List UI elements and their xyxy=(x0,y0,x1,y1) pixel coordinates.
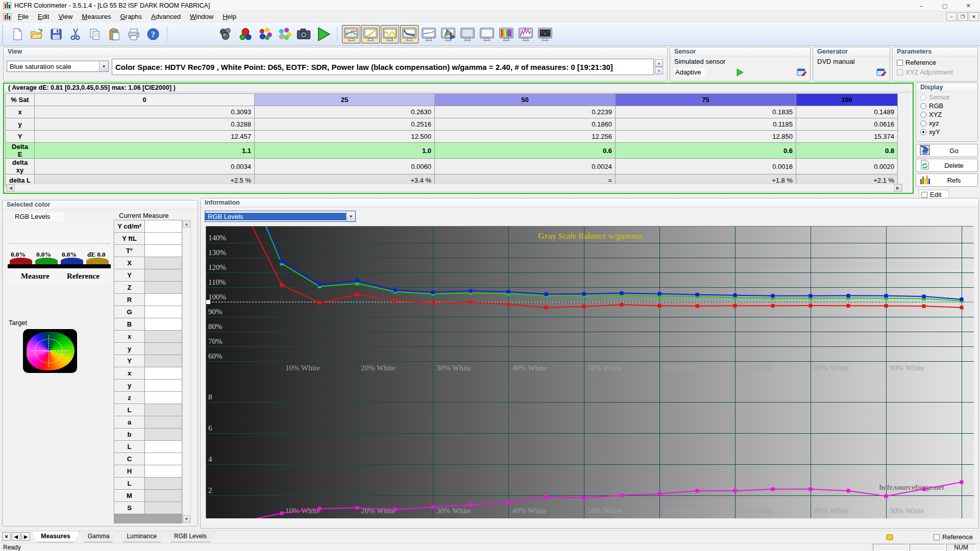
info-spinner[interactable]: ▲▼ xyxy=(655,59,663,74)
scroll-down-icon[interactable]: ▼ xyxy=(183,515,190,522)
cell-Delta-E-0[interactable]: 1.1 xyxy=(35,143,255,159)
cm-row-value-20[interactable] xyxy=(145,465,182,478)
chevron-down-icon[interactable]: ▼ xyxy=(346,211,355,221)
sensor-config-icon[interactable] xyxy=(217,25,235,43)
cell-Delta-E-75[interactable]: 0.6 xyxy=(616,143,796,159)
cm-row-value-9[interactable] xyxy=(145,331,182,343)
open-folder-icon[interactable] xyxy=(28,25,46,43)
cell-x-100[interactable]: 0.1489 xyxy=(796,106,898,118)
col-header-100[interactable]: 100 xyxy=(796,94,898,106)
measures-hscrollbar[interactable]: ◀ ▶ xyxy=(6,184,902,192)
delete-button[interactable]: Delete xyxy=(916,159,978,172)
close-button[interactable]: ✕ xyxy=(957,0,980,11)
cell-delta-xy-100[interactable]: 0.0020 xyxy=(796,159,898,174)
sensor-config-icon[interactable] xyxy=(797,68,807,77)
tab-close-icon[interactable]: ✕ xyxy=(2,532,11,541)
cm-row-value-22[interactable] xyxy=(145,490,182,502)
dark-screen-view-icon[interactable] xyxy=(536,25,554,43)
col-header-25[interactable]: 25 xyxy=(255,94,435,106)
saturation-measures-table[interactable]: % Sat0255075100x0.30930.26300.22390.1835… xyxy=(5,93,898,187)
display-radio-xyY[interactable]: xyY xyxy=(920,128,973,136)
menu-advanced[interactable]: Advanced xyxy=(146,12,185,21)
cm-row-value-7[interactable] xyxy=(145,306,182,318)
cell-y-50[interactable]: 0.1860 xyxy=(435,118,616,131)
cell-delta-xy-25[interactable]: 0.0060 xyxy=(255,159,435,174)
cell-x-50[interactable]: 0.2239 xyxy=(435,106,616,118)
free-measures-view-icon[interactable] xyxy=(420,25,438,43)
chevron-down-icon[interactable]: ▼ xyxy=(99,61,108,71)
measure-secondaries-icon[interactable] xyxy=(275,25,293,43)
cell-Y-25[interactable]: 12.500 xyxy=(255,131,435,143)
view-scale-select[interactable]: Blue saturation scale ▼ xyxy=(7,61,109,72)
edit-checkbox[interactable] xyxy=(921,192,927,198)
sensor-run-icon[interactable] xyxy=(736,68,745,77)
run-measures-icon[interactable] xyxy=(314,25,332,43)
cm-row-value-2[interactable] xyxy=(145,245,182,257)
cm-row-value-21[interactable] xyxy=(145,478,182,490)
radio-icon[interactable] xyxy=(920,103,926,109)
cell-Y-50[interactable]: 12.256 xyxy=(435,131,616,143)
col-header-50[interactable]: 50 xyxy=(435,94,616,106)
menu-measures[interactable]: Measures xyxy=(77,12,115,21)
cm-row-value-3[interactable] xyxy=(145,257,182,269)
grayscale-balance-chart[interactable]: 140%130%120%110%100%90%80%70%60%864210% … xyxy=(206,226,973,518)
measure-primaries-icon[interactable] xyxy=(256,25,274,43)
scroll-up-icon[interactable]: ▲ xyxy=(183,220,190,228)
menu-edit[interactable]: Edit xyxy=(33,12,54,21)
menu-view[interactable]: View xyxy=(54,12,77,21)
mdi-restore-button[interactable]: ❐ xyxy=(958,12,968,21)
cell-x-25[interactable]: 0.2630 xyxy=(255,106,435,118)
cell-delta-xy-75[interactable]: 0.0016 xyxy=(616,159,796,174)
col-header-0[interactable]: 0 xyxy=(35,94,255,106)
new-document-icon[interactable] xyxy=(8,25,27,43)
menu-file[interactable]: File xyxy=(13,12,33,21)
cm-row-value-10[interactable] xyxy=(145,343,182,355)
cm-row-value-12[interactable] xyxy=(145,367,182,380)
scroll-right-icon[interactable]: ▶ xyxy=(894,184,902,191)
tab-scroll-right-icon[interactable]: ▶ xyxy=(21,532,30,541)
generator-config-icon[interactable] xyxy=(876,68,887,77)
cell-x-0[interactable]: 0.3093 xyxy=(35,106,255,118)
color-bars-view-icon[interactable] xyxy=(497,25,516,43)
help-icon[interactable]: ? xyxy=(144,25,162,43)
cell-x-75[interactable]: 0.1835 xyxy=(616,106,796,118)
radio-icon[interactable] xyxy=(920,129,926,135)
scroll-left-icon[interactable]: ◀ xyxy=(7,184,15,191)
yellow-indicator-icon[interactable] xyxy=(886,533,894,541)
cell-Delta-E-25[interactable]: 1.0 xyxy=(255,143,435,159)
cm-row-value-19[interactable] xyxy=(145,453,182,465)
cell-Y-0[interactable]: 12.457 xyxy=(35,131,255,143)
display-radio-XYZ[interactable]: XYZ xyxy=(920,111,973,118)
cell-delta-xy-0[interactable]: 0.0034 xyxy=(35,159,255,174)
display-radio-xyz[interactable]: xyz xyxy=(920,119,973,127)
cm-row-value-0[interactable] xyxy=(145,220,182,233)
cell-y-0[interactable]: 0.3288 xyxy=(35,118,255,131)
cm-row-value-23[interactable] xyxy=(145,502,182,514)
measure-grayscale-icon[interactable] xyxy=(236,25,255,43)
mdi-close-button[interactable]: ✕ xyxy=(969,12,979,21)
luminance-view-icon[interactable] xyxy=(381,25,399,43)
print-icon[interactable] xyxy=(125,25,143,43)
col-header-75[interactable]: 75 xyxy=(616,94,796,106)
tab-gamma[interactable]: Gamma xyxy=(79,532,118,542)
cm-row-value-16[interactable] xyxy=(145,416,182,429)
cell-delta-xy-50[interactable]: 0.0024 xyxy=(435,159,616,174)
current-measure-vscrollbar[interactable]: ▲ ▼ xyxy=(182,220,191,523)
mdi-minimize-button[interactable]: – xyxy=(946,12,957,21)
cm-row-value-6[interactable] xyxy=(145,294,182,306)
reference-check-row[interactable]: Reference xyxy=(934,533,973,541)
cell-y-100[interactable]: 0.0616 xyxy=(796,118,898,131)
monitor-blank-1-icon[interactable] xyxy=(458,25,477,43)
param-reference[interactable]: Reference xyxy=(897,59,973,66)
checkbox-icon[interactable] xyxy=(897,60,903,66)
menu-graphs[interactable]: Graphs xyxy=(115,12,146,21)
reference-checkbox[interactable] xyxy=(934,534,940,540)
maximize-button[interactable]: ▢ xyxy=(933,0,957,11)
menu-window[interactable]: Window xyxy=(185,12,218,21)
display-radio-RGB[interactable]: RGB xyxy=(920,102,973,110)
histogram-view-icon[interactable] xyxy=(517,25,535,43)
cm-row-value-17[interactable] xyxy=(145,429,182,441)
cell-Delta-E-50[interactable]: 0.6 xyxy=(435,143,616,159)
cm-row-value-14[interactable] xyxy=(145,392,182,404)
tab-measures[interactable]: Measures xyxy=(32,532,79,542)
